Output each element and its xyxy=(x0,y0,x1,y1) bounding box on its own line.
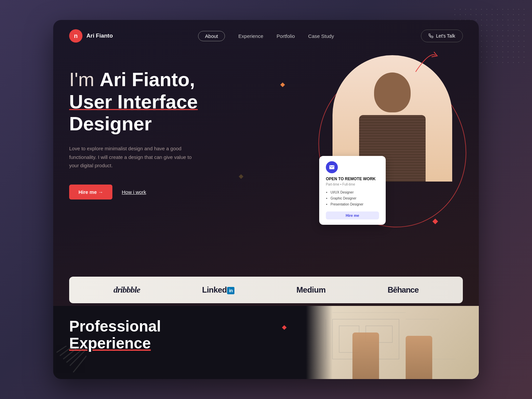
linkedin-label: Linked xyxy=(202,285,227,294)
lets-talk-label: Let's Talk xyxy=(436,33,455,39)
hero-title-line2: Designer xyxy=(69,113,152,134)
brand-linkedin[interactable]: Linkedin xyxy=(202,285,234,295)
role-item: Presentation Designer xyxy=(331,201,379,207)
nav-about[interactable]: About xyxy=(198,31,225,41)
brands-bar: dribbble Linkedin Medium Bēhance xyxy=(69,277,463,303)
dribbble-label: dribbble xyxy=(113,285,140,295)
linkedin-in-box: in xyxy=(227,287,234,294)
card-icon-circle xyxy=(326,161,338,173)
brand-medium[interactable]: Medium xyxy=(297,285,326,295)
nav-experience[interactable]: Experience xyxy=(238,33,263,39)
remote-work-card: OPEN TO REMOTE WORK Part-time • Full-tim… xyxy=(319,156,386,225)
hero-name: Ari Fianto, xyxy=(100,68,195,90)
hatch-decoration xyxy=(57,346,86,372)
card-subtitle: Part-time • Full-time xyxy=(326,183,379,186)
logo-letter: n xyxy=(74,33,78,40)
hire-me-label: Hire me → xyxy=(78,189,103,195)
behance-label: Bēhance xyxy=(388,285,419,294)
experience-line1: Professional xyxy=(69,318,161,335)
phone-icon xyxy=(429,34,433,38)
card-hire-button[interactable]: Hire me xyxy=(326,211,379,219)
hero-heading-intro: I'm xyxy=(69,68,100,90)
hero-title-line1: User Interface xyxy=(69,91,198,112)
bottom-left: Professional Experience xyxy=(53,306,306,379)
bottom-right-image xyxy=(306,306,479,379)
navbar: n Ari Fianto About Experience Portfolio … xyxy=(53,20,479,52)
bottom-section: Professional Experience xyxy=(53,306,479,379)
card-roles-list: UI/UX Designer Graphic Designer Presenta… xyxy=(326,190,379,207)
nav-portfolio[interactable]: Portfolio xyxy=(277,33,295,39)
svg-line-3 xyxy=(60,346,73,356)
lets-talk-button[interactable]: Let's Talk xyxy=(421,30,463,42)
arrow-decoration xyxy=(412,49,439,77)
role-item: UI/UX Designer xyxy=(331,190,379,196)
hero-buttons: Hire me → How i work xyxy=(69,185,463,200)
brand-dribbble[interactable]: dribbble xyxy=(113,285,140,295)
hero-left: I'm Ari Fianto, User Interface Designer … xyxy=(69,59,463,231)
role-item: Graphic Designer xyxy=(331,196,379,201)
medium-label: Medium xyxy=(297,285,326,294)
hero-subtitle: Love to explore minimalist design and ha… xyxy=(69,144,196,170)
card-title: OPEN TO REMOTE WORK xyxy=(326,177,379,181)
logo-name: Ari Fianto xyxy=(86,33,113,39)
nav-case-study[interactable]: Case Study xyxy=(308,33,334,39)
hire-me-button[interactable]: Hire me → xyxy=(69,185,112,200)
hero-heading: I'm Ari Fianto, User Interface Designer xyxy=(69,68,463,135)
how-i-work-link[interactable]: How i work xyxy=(122,189,146,195)
main-card: n Ari Fianto About Experience Portfolio … xyxy=(53,20,479,379)
logo-area[interactable]: n Ari Fianto xyxy=(69,29,113,43)
svg-line-4 xyxy=(63,346,80,359)
professional-experience-title: Professional Experience xyxy=(69,318,290,351)
work-surface xyxy=(306,306,479,379)
brand-behance[interactable]: Bēhance xyxy=(388,285,419,295)
nav-links: About Experience Portfolio Case Study xyxy=(198,31,334,41)
email-icon xyxy=(329,164,335,170)
logo-circle: n xyxy=(69,29,82,43)
svg-line-7 xyxy=(73,356,86,372)
hero-section: I'm Ari Fianto, User Interface Designer … xyxy=(53,52,479,231)
